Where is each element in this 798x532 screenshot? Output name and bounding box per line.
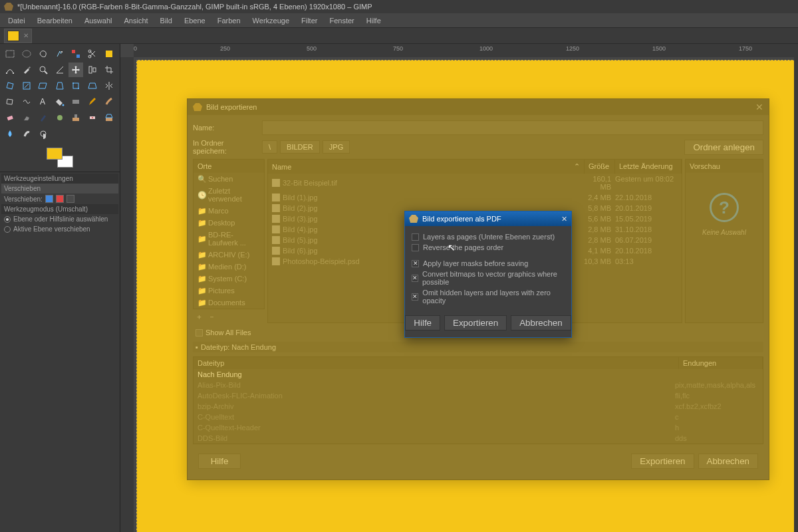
fg-bg-swatch[interactable]: [0, 144, 120, 172]
checkbox[interactable]: ✕: [412, 275, 418, 282]
filetype-row[interactable]: Nach Endung: [194, 369, 763, 380]
align-tool[interactable]: [85, 63, 100, 77]
menu-farben[interactable]: Farben: [212, 15, 246, 26]
pdf-option[interactable]: Reverse the pages order: [412, 242, 565, 253]
smudge-tool[interactable]: [19, 126, 34, 141]
unified-transform-tool[interactable]: [68, 78, 83, 93]
dodge-burn-tool[interactable]: [36, 126, 51, 141]
gradient-tool[interactable]: [68, 94, 83, 109]
airbrush-tool[interactable]: [19, 110, 34, 125]
crumb-jpg[interactable]: JPG: [323, 140, 350, 154]
pdf-cancel-button[interactable]: Abbrechen: [511, 315, 571, 331]
checkbox[interactable]: ✕: [412, 293, 418, 301]
menu-filter[interactable]: Filter: [296, 15, 323, 26]
by-color-select-tool[interactable]: [68, 47, 83, 61]
eraser-tool[interactable]: [3, 110, 17, 125]
color-picker-tool[interactable]: [19, 63, 34, 77]
col-name[interactable]: Name⌃: [268, 160, 585, 174]
place-item[interactable]: 🔍Suchen: [194, 173, 264, 185]
menu-fenster[interactable]: Fenster: [324, 15, 359, 26]
menu-werkzeuge[interactable]: Werkzeuge: [247, 15, 295, 26]
zoom-tool[interactable]: [36, 63, 51, 77]
place-item[interactable]: 📁System (C:): [194, 273, 264, 285]
place-item[interactable]: 📁Documents: [194, 297, 264, 309]
remove-place-icon[interactable]: －: [208, 312, 215, 322]
cancel-button[interactable]: Abbrechen: [698, 454, 758, 469]
warp-tool[interactable]: [19, 94, 34, 109]
rect-select-tool[interactable]: [3, 47, 17, 61]
crumb-root[interactable]: \: [262, 140, 277, 154]
place-item[interactable]: 📁Marco: [194, 205, 264, 217]
place-item[interactable]: 📁BD-RE-Laufwerk ...: [194, 229, 264, 249]
filetype-row[interactable]: DDS-Bilddds: [194, 433, 763, 444]
perspective-clone-tool[interactable]: [102, 110, 116, 125]
export-button[interactable]: Exportieren: [631, 454, 694, 469]
shear-tool[interactable]: [36, 78, 51, 93]
pdf-option[interactable]: ✕Omit hidden layers and layers with zero…: [412, 287, 565, 306]
create-folder-button[interactable]: Ordner anlegen: [684, 140, 763, 155]
bucket-fill-tool[interactable]: [53, 94, 67, 109]
clone-tool[interactable]: [68, 110, 83, 125]
measure-tool[interactable]: [53, 63, 67, 77]
move-path-icon[interactable]: [66, 195, 74, 203]
filename-input[interactable]: [262, 120, 763, 135]
ink-tool[interactable]: [36, 110, 51, 125]
fg-color-swatch[interactable]: [47, 148, 63, 160]
file-row[interactable]: Bild (1).jpg2,4 MB22.10.2018: [268, 192, 682, 203]
foreground-select-tool[interactable]: [102, 47, 116, 61]
filetype-expander-label[interactable]: Dateityp: Nach Endung: [201, 343, 276, 351]
pencil-tool[interactable]: [85, 94, 100, 109]
scale-tool[interactable]: [19, 78, 34, 93]
pdf-export-button[interactable]: Exportieren: [444, 315, 507, 331]
image-tab[interactable]: ✕: [4, 29, 32, 43]
place-item[interactable]: 📁Desktop: [194, 217, 264, 229]
checkbox[interactable]: [412, 233, 419, 241]
filetype-row[interactable]: Alias-Pix-Bildpix,matte,mask,alpha,als: [194, 380, 763, 390]
rotate-tool[interactable]: [3, 78, 17, 93]
pdf-option[interactable]: ✕Apply layer masks before saving: [412, 258, 565, 269]
close-icon[interactable]: ✕: [561, 215, 567, 223]
paths-tool[interactable]: [3, 63, 17, 77]
pdf-option[interactable]: ✕Convert bitmaps to vector graphics wher…: [412, 269, 565, 287]
text-tool[interactable]: A: [36, 94, 51, 109]
menu-bearbeiten[interactable]: Bearbeiten: [32, 15, 78, 26]
pdf-help-button[interactable]: Hilfe: [405, 315, 440, 331]
filetype-row[interactable]: bzip-Archivxcf.bz2,xcfbz2: [194, 401, 763, 412]
show-all-files-checkbox[interactable]: [196, 329, 203, 336]
col-modified[interactable]: Letzte Änderung: [615, 160, 682, 174]
place-item[interactable]: 🕓Zuletzt verwendet: [194, 185, 264, 205]
add-place-icon[interactable]: ＋: [196, 312, 203, 322]
col-size[interactable]: Größe: [585, 160, 615, 174]
flip-tool[interactable]: [102, 78, 116, 93]
filetype-row[interactable]: C-Quelltext-Headerh: [194, 422, 763, 433]
menu-auswahl[interactable]: Auswahl: [79, 15, 118, 26]
close-icon[interactable]: ✕: [755, 102, 763, 112]
move-tool[interactable]: [68, 63, 83, 77]
ellipse-select-tool[interactable]: [19, 47, 34, 61]
place-item[interactable]: 📁Medien (D:): [194, 261, 264, 273]
place-item[interactable]: 📁Pictures: [194, 285, 264, 297]
radio-pick-layer[interactable]: [4, 216, 11, 223]
handle-transform-tool[interactable]: [85, 78, 100, 93]
col-filetype[interactable]: Dateityp: [194, 357, 679, 369]
expander-minus-icon[interactable]: ▪: [196, 343, 198, 351]
checkbox[interactable]: [412, 244, 419, 251]
help-button[interactable]: Hilfe: [198, 454, 241, 469]
menu-ebene[interactable]: Ebene: [179, 15, 211, 26]
pdf-dialog-titlebar[interactable]: Bild exportieren als PDF ✕: [405, 211, 571, 226]
fuzzy-select-tool[interactable]: [53, 47, 67, 61]
export-dialog-titlebar[interactable]: Bild exportieren ✕: [188, 99, 769, 115]
menu-bild[interactable]: Bild: [155, 15, 178, 26]
perspective-tool[interactable]: [53, 78, 67, 93]
paintbrush-tool[interactable]: [102, 94, 116, 109]
file-row[interactable]: 32-Bit Beispiel.tif160,1 MBGestern um 08…: [268, 174, 682, 192]
menu-hilfe[interactable]: Hilfe: [361, 15, 386, 26]
crumb-bilder[interactable]: BILDER: [280, 140, 320, 154]
mypaint-brush-tool[interactable]: [53, 110, 67, 125]
filetype-row[interactable]: AutoDesk-FLIC-Animationfli,flc: [194, 390, 763, 401]
scissors-tool[interactable]: [85, 47, 100, 61]
tab-close-icon[interactable]: ✕: [23, 32, 29, 39]
move-selection-icon[interactable]: [56, 195, 64, 203]
menu-ansicht[interactable]: Ansicht: [118, 15, 153, 26]
pdf-option[interactable]: Layers as pages (Untere Ebenen zuerst): [412, 231, 565, 242]
